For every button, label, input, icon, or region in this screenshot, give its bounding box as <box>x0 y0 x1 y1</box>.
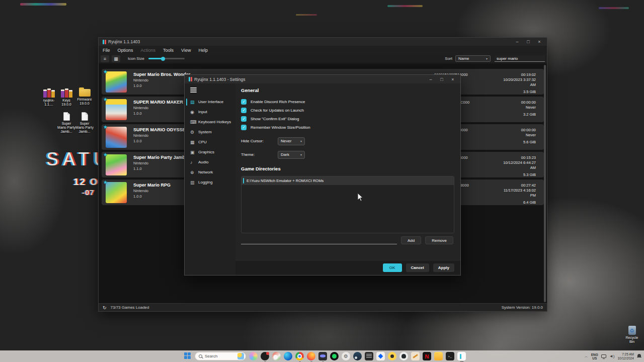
netflix-icon[interactable]: N <box>423 352 431 360</box>
steam-icon[interactable] <box>353 352 362 360</box>
cancel-button[interactable]: Cancel <box>406 263 429 272</box>
maximize-button[interactable]: □ <box>523 38 534 45</box>
menu-view[interactable]: View <box>181 48 191 53</box>
menu-help[interactable]: Help <box>198 48 208 53</box>
nav-user-interface[interactable]: ▤ User Interface <box>185 97 235 107</box>
game-list-scrollbar[interactable] <box>544 65 546 302</box>
tray-overflow-chevron-icon[interactable]: ︿ <box>585 354 588 359</box>
checkbox-row-confirm-exit[interactable]: ✓ Show "Confirm Exit" Dialog <box>241 115 453 123</box>
slider-thumb[interactable] <box>161 57 165 61</box>
graphics-icon: ▣ <box>190 150 198 155</box>
spotify-icon[interactable] <box>330 352 339 360</box>
directory-entry[interactable]: E:\Yuzu NSWitch Emulator + ROM\XCI ROMs <box>242 176 454 185</box>
menu-file[interactable]: File <box>103 48 110 53</box>
ryujinx-taskbar-icon[interactable] <box>457 352 466 360</box>
checkbox-checked-icon[interactable]: ✓ <box>241 99 247 105</box>
taskbar-clock[interactable]: 7:25 AM 10/12/2024 <box>617 352 634 360</box>
checkbox-checked-icon[interactable]: ✓ <box>241 125 247 130</box>
github-icon[interactable] <box>399 352 408 360</box>
notes-app-icon[interactable] <box>365 352 373 360</box>
sort-dropdown[interactable]: Name ▾ <box>455 55 491 62</box>
network-icon: ⊕ <box>190 170 198 175</box>
hide-cursor-dropdown[interactable]: Never ▾ <box>278 137 305 145</box>
desktop-icon-keys-archive[interactable]: Keys 19.0.0 <box>57 88 75 107</box>
system-tray: ︿ ENG US ◄) 7:25 AM 10/12/2024 <box>585 352 641 360</box>
terminal-icon[interactable]: >_ <box>446 352 454 360</box>
nav-system[interactable]: ⚙ System <box>185 127 235 137</box>
favorite-star-icon: ★ <box>103 69 108 74</box>
add-directory-button[interactable]: Add <box>401 236 421 244</box>
menu-tools[interactable]: Tools <box>163 48 174 53</box>
game-time-played: 00:00:00 <box>499 128 536 133</box>
desktop-icon-recycle-bin[interactable]: ♻ Recycle Bin <box>623 326 641 344</box>
nav-keyboard-hotkeys[interactable]: ⌨ Keyboard Hotkeys <box>185 117 235 127</box>
status-bar: ↻ 73/73 Games Loaded System Version: 19.… <box>99 303 547 311</box>
menu-actions: Actions <box>141 48 156 53</box>
theme-dropdown[interactable]: Dark ▾ <box>278 151 305 159</box>
checkbox-row-remember-window[interactable]: ✓ Remember Window Size/Position <box>241 123 453 132</box>
copilot-icon[interactable] <box>249 352 258 360</box>
icon-size-slider[interactable] <box>148 58 185 59</box>
minimize-button[interactable]: – <box>425 76 436 83</box>
close-button[interactable]: × <box>447 76 458 83</box>
game-thumbnail: ★ <box>106 154 127 175</box>
discord-icon[interactable] <box>318 352 327 360</box>
ryujinx-logo-icon <box>189 77 192 81</box>
remove-directory-button[interactable]: Remove <box>425 236 453 244</box>
app-icon-notifier[interactable] <box>261 352 269 360</box>
search-input[interactable] <box>495 55 545 62</box>
logging-icon: ▥ <box>190 180 198 185</box>
maximize-button[interactable]: □ <box>436 76 447 83</box>
file-explorer-icon[interactable] <box>434 352 443 360</box>
game-thumbnail: ★ <box>106 99 127 120</box>
nav-network[interactable]: ⊕ Network <box>185 167 235 177</box>
grid-view-button[interactable]: ▦ <box>112 55 120 62</box>
desktop-icon-smp-file-2[interactable]: Super Mario Party Jamb... <box>75 112 94 134</box>
close-button[interactable]: × <box>534 38 545 45</box>
main-title-bar[interactable]: Ryujinx 1.1.1403 – □ × <box>99 38 547 46</box>
nav-logging[interactable]: ▥ Logging <box>185 177 235 188</box>
menu-bar: File Options Actions Tools View Help <box>99 46 547 54</box>
firefox-browser-icon[interactable] <box>307 352 315 360</box>
ok-button[interactable]: OK <box>383 263 402 272</box>
nav-graphics[interactable]: ▣ Graphics <box>185 147 235 157</box>
taskbar-search[interactable]: Search <box>195 352 246 360</box>
wallpaper-glitch <box>387 5 423 7</box>
nav-audio[interactable]: ♪ Audio <box>185 157 235 167</box>
app-icon-paint[interactable] <box>272 352 281 360</box>
pen-app-icon[interactable] <box>411 352 420 360</box>
checkbox-row-updates[interactable]: ✓ Check for Updates on Launch <box>241 106 453 115</box>
keyboard-icon: ⌨ <box>190 120 198 125</box>
menu-options[interactable]: Options <box>118 48 133 53</box>
refresh-icon[interactable]: ↻ <box>103 305 107 310</box>
speaker-icon[interactable]: ◄) <box>609 354 615 358</box>
settings-title-bar[interactable]: Ryujinx 1.1.1403 - Settings – □ × <box>185 75 460 83</box>
dropbox-icon[interactable] <box>376 352 385 360</box>
camera-app-icon[interactable] <box>388 352 396 360</box>
nav-input[interactable]: ◉ Input <box>185 107 235 117</box>
list-view-button[interactable]: ≡ <box>101 55 109 62</box>
minimize-button[interactable]: – <box>512 38 523 45</box>
game-size: 5.6 GiB <box>499 140 536 145</box>
winrar-archive-icon <box>43 88 55 98</box>
display-icon[interactable] <box>601 354 606 358</box>
nav-cpu[interactable]: ▦ CPU <box>185 137 235 147</box>
language-indicator[interactable]: ENG US <box>591 353 598 360</box>
desktop-icon-firmware-folder[interactable]: Firmware 19.0.0 <box>75 87 94 106</box>
settings-app-icon[interactable]: ⚙ <box>342 352 350 360</box>
chrome-browser-icon[interactable] <box>295 352 304 360</box>
notification-bell-icon[interactable] <box>637 354 641 358</box>
checkbox-checked-icon[interactable]: ✓ <box>241 108 247 113</box>
edge-browser-icon[interactable] <box>284 352 292 360</box>
apply-button[interactable]: Apply <box>433 263 454 272</box>
checkbox-checked-icon[interactable]: ✓ <box>241 116 247 122</box>
desktop-icon-ryujinx-archive[interactable]: ryujinx-1.1.... <box>40 88 58 107</box>
settings-footer: OK Cancel Apply <box>185 260 460 275</box>
system-version-status: System Version: 19.0.0 <box>502 305 543 310</box>
desktop-icon-smp-file-1[interactable]: Super Mario Party Jamb... <box>57 112 75 134</box>
checkbox-row-discord[interactable]: ✓ Enable Discord Rich Presence <box>241 98 453 106</box>
favorite-star-icon: ★ <box>103 179 108 185</box>
directory-path-input[interactable] <box>241 237 397 244</box>
hamburger-menu-icon[interactable] <box>190 87 197 93</box>
windows-start-icon[interactable] <box>184 352 192 360</box>
